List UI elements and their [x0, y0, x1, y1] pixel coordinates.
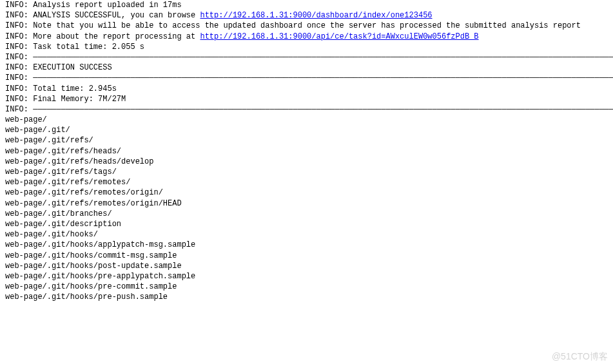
path-line: web-page/.git/hooks/post-update.sample	[5, 261, 613, 271]
log-text: Analysis report uploaded in 17ms	[33, 1, 181, 10]
log-text: ANALYSIS SUCCESSFUL, you can browse	[33, 11, 200, 20]
console-log: INFO: Analysis report uploaded in 17ms I…	[0, 0, 613, 302]
path-line: web-page/.git/branches/	[5, 209, 613, 219]
log-prefix: INFO:	[5, 105, 33, 114]
path-line: web-page/.git/refs/remotes/	[5, 177, 613, 187]
log-prefix: INFO:	[5, 11, 33, 20]
log-prefix: INFO:	[5, 21, 33, 30]
log-text: Note that you will be able to access the…	[33, 21, 581, 30]
path-line: web-page/.git/refs/	[5, 135, 613, 146]
log-line-rule: INFO: ──────────────────────────────────…	[5, 73, 613, 83]
log-line: INFO: More about the report processing a…	[5, 32, 613, 42]
log-line-rule: INFO: ──────────────────────────────────…	[5, 52, 613, 62]
log-line-rule: INFO: ──────────────────────────────────…	[5, 104, 613, 115]
log-prefix: INFO:	[5, 53, 33, 62]
log-text: Task total time: 2.055 s	[33, 43, 144, 52]
log-prefix: INFO:	[5, 43, 33, 52]
log-prefix: INFO:	[5, 95, 33, 104]
path-line: web-page/.git/hooks/pre-push.sample	[5, 292, 613, 302]
task-link[interactable]: http://192.168.1.31:9000/api/ce/task?id=…	[200, 32, 478, 41]
path-line: web-page/.git/hooks/commit-msg.sample	[5, 251, 613, 261]
log-line: INFO: Note that you will be able to acce…	[5, 21, 613, 31]
log-prefix: INFO:	[5, 84, 33, 93]
path-line: web-page/.git/refs/remotes/origin/HEAD	[5, 198, 613, 209]
log-text: Final Memory: 7M/27M	[33, 95, 126, 104]
dashboard-link[interactable]: http://192.168.1.31:9000/dashboard/index…	[200, 11, 432, 20]
path-line: web-page/.git/refs/heads/	[5, 146, 613, 157]
hrule: ────────────────────────────────────────…	[33, 105, 613, 114]
log-prefix: INFO:	[5, 1, 33, 10]
log-line: INFO: Total time: 2.945s	[5, 84, 613, 94]
path-line: web-page/.git/hooks/pre-commit.sample	[5, 282, 613, 292]
log-text: More about the report processing at	[33, 32, 200, 41]
log-text: Total time: 2.945s	[33, 84, 117, 93]
hrule: ────────────────────────────────────────…	[33, 53, 613, 62]
path-line: web-page/.git/	[5, 125, 613, 135]
path-line: web-page/	[5, 115, 613, 125]
log-prefix: INFO:	[5, 32, 33, 41]
log-text: EXECUTION SUCCESS	[33, 63, 112, 72]
path-line: web-page/.git/hooks/pre-applypatch.sampl…	[5, 271, 613, 282]
log-line: INFO: Analysis report uploaded in 17ms	[5, 0, 613, 10]
log-line: INFO: Final Memory: 7M/27M	[5, 94, 613, 104]
path-line: web-page/.git/hooks/	[5, 229, 613, 240]
path-line: web-page/.git/refs/tags/	[5, 167, 613, 177]
log-line: INFO: Task total time: 2.055 s	[5, 42, 613, 52]
log-prefix: INFO:	[5, 63, 33, 72]
path-line: web-page/.git/hooks/applypatch-msg.sampl…	[5, 240, 613, 250]
log-line: INFO: EXECUTION SUCCESS	[5, 62, 613, 73]
path-line: web-page/.git/description	[5, 219, 613, 229]
hrule: ────────────────────────────────────────…	[33, 73, 613, 82]
path-line: web-page/.git/refs/remotes/origin/	[5, 187, 613, 198]
log-line: INFO: ANALYSIS SUCCESSFUL, you can brows…	[5, 10, 613, 21]
log-prefix: INFO:	[5, 73, 33, 82]
path-line: web-page/.git/refs/heads/develop	[5, 157, 613, 167]
